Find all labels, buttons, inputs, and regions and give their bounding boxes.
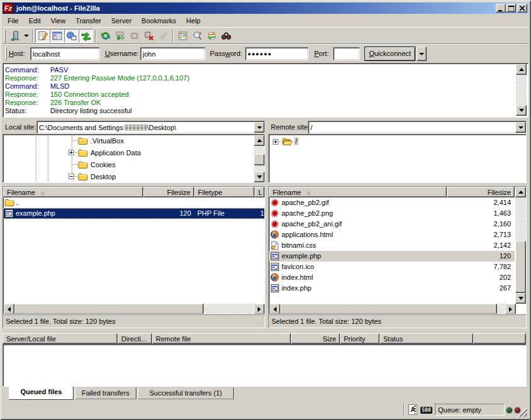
menu-view[interactable]: View — [46, 15, 71, 26]
toggle-queue-button[interactable] — [79, 29, 93, 43]
menu-bookmarks[interactable]: Bookmarks — [136, 15, 181, 26]
tree-item-virtualbox[interactable]: .VirtualBox — [89, 137, 125, 145]
menu-file[interactable]: File — [3, 15, 24, 26]
queue-column-size[interactable]: Size — [291, 333, 340, 344]
close-button[interactable] — [517, 4, 527, 13]
tree-collapse-icon[interactable] — [68, 174, 74, 179]
cancel-operation-button[interactable] — [127, 29, 141, 43]
menu-help[interactable]: Help — [181, 15, 205, 26]
port-input[interactable] — [333, 47, 360, 60]
log-line: Status:Directory listing successful — [5, 107, 132, 115]
toggle-local-tree-button[interactable] — [50, 29, 64, 43]
file-row-bitnami-css[interactable]: bitnami.css2,142 — [269, 240, 515, 251]
password-input[interactable] — [245, 47, 309, 60]
remote-site-combo-arrow[interactable] — [515, 122, 526, 133]
local-tree-scroll-down[interactable] — [254, 172, 265, 182]
tab-queued-files[interactable]: Queued files — [9, 387, 74, 400]
filezilla-app-icon[interactable]: Fz — [4, 4, 13, 13]
toggle-message-log-button[interactable] — [35, 29, 50, 43]
remote-list-scroll-right[interactable] — [505, 304, 516, 314]
titlebar[interactable]: Fz john@localhost - FileZilla — [3, 3, 528, 14]
quickconnect-grip[interactable] — [5, 47, 7, 60]
column-header-filename[interactable]: Filename — [269, 187, 447, 197]
site-manager-dropdown[interactable] — [22, 29, 30, 43]
tab-failed-transfers[interactable]: Failed transfers — [75, 387, 136, 399]
remote-list-scroll-down[interactable] — [515, 293, 526, 304]
toolbar-separator — [172, 30, 173, 42]
menu-transfer[interactable]: Transfer — [70, 15, 106, 26]
column-header-filename[interactable]: Filename — [3, 187, 143, 197]
file-row-apache-pb2-gif[interactable]: apache_pb2.gif2,414 — [269, 197, 515, 208]
filter-button[interactable] — [175, 29, 190, 43]
log-scroll-track[interactable] — [516, 75, 527, 105]
column-header-l[interactable]: L — [255, 187, 265, 197]
local-list-scroll-thumb[interactable] — [14, 304, 204, 314]
remote-list-scroll-up[interactable] — [515, 187, 526, 197]
local-site-combo[interactable]: C:\Documents and Settings\Desktop\ — [36, 121, 265, 134]
host-input[interactable] — [30, 47, 100, 60]
local-list-scroll-right[interactable] — [254, 304, 265, 314]
process-queue-button[interactable] — [112, 29, 127, 43]
message-log-icon — [38, 31, 48, 41]
toggle-remote-tree-button[interactable] — [64, 29, 79, 43]
speed-limit-icon[interactable]: 500 — [420, 407, 432, 414]
username-input[interactable] — [140, 47, 205, 60]
file-row-applications-html[interactable]: applications.html2,713 — [269, 229, 515, 240]
local-tree-scroll-thumb[interactable] — [254, 154, 265, 165]
remote-list-scroll-track[interactable] — [515, 197, 526, 241]
maximize-button[interactable] — [506, 4, 516, 13]
tree-expand-icon[interactable] — [68, 150, 74, 155]
remote-list-scroll-left[interactable] — [270, 304, 280, 314]
column-header-filesize[interactable]: Filesize — [143, 187, 194, 197]
column-header-filetype[interactable]: Filetype — [194, 187, 255, 197]
menu-edit[interactable]: Edit — [24, 15, 46, 26]
minimize-button[interactable] — [496, 4, 506, 13]
tree-item-desktop[interactable]: Desktop — [89, 173, 117, 181]
remote-list-scroll-thumb[interactable] — [515, 241, 526, 293]
file-row-index-html[interactable]: index.html202 — [269, 272, 515, 283]
file-row-apache-pb2-ani-gif[interactable]: apache_pb2_ani.gif2,160 — [269, 219, 515, 229]
quickconnect-button[interactable]: Quickconnect — [364, 47, 415, 61]
toolbar-grip[interactable] — [4, 30, 6, 42]
remote-list-scroll-thumb-h[interactable] — [280, 304, 497, 314]
queue-column-server-local-file[interactable]: Server/Local file — [3, 333, 118, 344]
tree-item-root[interactable]: / — [294, 137, 298, 145]
local-tree-scroll-up[interactable] — [254, 135, 265, 146]
local-tree-scroll-track[interactable] — [254, 146, 265, 154]
queue-column-directi[interactable]: Directi... — [118, 333, 152, 344]
reconnect-button[interactable] — [156, 29, 170, 43]
transfer-type-icon[interactable]: A — [408, 404, 417, 415]
log-scroll-down[interactable] — [516, 105, 527, 116]
file-row-[interactable]: .. — [3, 197, 265, 208]
log-scroll-up[interactable] — [516, 64, 527, 75]
file-row-apache-pb2-png[interactable]: apache_pb2.png1,463 — [269, 208, 515, 219]
find-files-button[interactable] — [219, 29, 233, 43]
file-row-example-php[interactable]: example.php120PHP File1 — [3, 208, 265, 219]
tree-expand-icon[interactable] — [273, 139, 278, 145]
sync-browsing-button[interactable] — [204, 29, 219, 43]
local-list-scroll-track[interactable] — [204, 304, 254, 314]
queue-column-status[interactable]: Status — [380, 333, 473, 344]
file-row-favicon-ico[interactable]: favicon.ico7,782 — [269, 262, 515, 272]
file-row-index-php[interactable]: index.php267 — [269, 283, 515, 294]
tree-item-application-data[interactable]: Application Data — [89, 149, 142, 157]
queue-column-remote-file[interactable]: Remote file — [152, 333, 291, 344]
disconnect-button[interactable] — [141, 29, 156, 43]
menu-server[interactable]: Server — [106, 15, 136, 26]
quickconnect-dropdown[interactable] — [417, 47, 427, 61]
local-list-scroll-left[interactable] — [4, 304, 14, 314]
tree-item-cookies[interactable]: Cookies — [89, 161, 117, 169]
remote-list-scroll-track[interactable] — [497, 304, 505, 314]
tab-successful-transfers-1[interactable]: Successful transfers (1) — [138, 387, 234, 399]
refresh-button[interactable] — [98, 29, 112, 43]
local-site-combo-arrow[interactable] — [254, 122, 265, 133]
queue-column-blank[interactable] — [473, 333, 526, 344]
queue-column-priority[interactable]: Priority — [340, 333, 380, 344]
site-manager-button[interactable] — [8, 29, 22, 43]
chevron-down-icon — [257, 126, 262, 129]
remote-site-combo[interactable]: / — [308, 121, 527, 134]
compare-button[interactable] — [190, 29, 204, 43]
file-row-example-php[interactable]: example.php120 — [269, 251, 515, 262]
local-tree-scroll-track[interactable] — [254, 165, 265, 172]
column-header-filesize[interactable]: Filesize — [447, 187, 515, 197]
